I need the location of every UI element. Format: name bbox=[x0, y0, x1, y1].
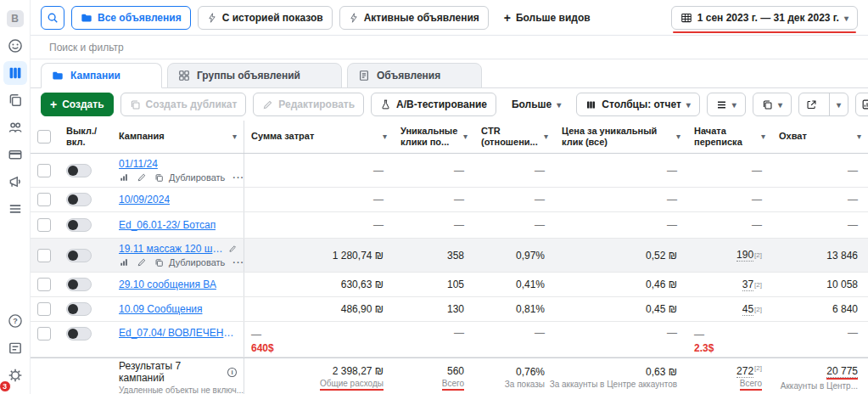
footer-spend-label: Общие расходы bbox=[320, 379, 384, 391]
columns-button[interactable]: Столбцы: отчет bbox=[576, 93, 700, 116]
row-checkbox[interactable] bbox=[37, 327, 51, 341]
open-report-button[interactable] bbox=[855, 93, 868, 116]
row-toggle[interactable] bbox=[66, 327, 92, 341]
row-checkbox[interactable] bbox=[37, 193, 51, 206]
tab-ad-sets[interactable]: Группы объявлений bbox=[167, 63, 342, 88]
chevron-down-icon bbox=[857, 131, 861, 142]
megaphone-nav-icon[interactable] bbox=[3, 170, 27, 194]
campaign-name-link[interactable]: 19.11 массаж 120 шек с... bbox=[119, 243, 223, 255]
row-toggle[interactable] bbox=[66, 218, 92, 232]
info-icon[interactable] bbox=[227, 368, 237, 377]
copy-icon bbox=[130, 99, 141, 110]
pencil-icon[interactable] bbox=[137, 172, 147, 183]
table-row[interactable]: 01/11/24 Дублировать — — — — — — bbox=[31, 154, 868, 188]
view-all-ads-button[interactable]: Все объявления bbox=[71, 6, 191, 30]
table-row[interactable]: Ed_06.01-23/ Ботсап — — — — — — bbox=[31, 212, 868, 239]
edit-button[interactable]: Редактировать bbox=[253, 93, 364, 116]
footer-clicks-label: Всего bbox=[442, 379, 464, 391]
edit-label: Редактировать bbox=[278, 98, 355, 110]
updates-icon[interactable] bbox=[3, 336, 27, 360]
pencil-icon[interactable] bbox=[228, 244, 237, 254]
duplicate-action[interactable]: Дублировать bbox=[154, 172, 225, 183]
row-hover-actions: Дублировать bbox=[119, 172, 244, 183]
row-toggle[interactable] bbox=[66, 278, 92, 291]
header-spend[interactable]: Сумма затрат bbox=[244, 121, 394, 153]
table-row[interactable]: 10/09/2024 — — — — — — bbox=[31, 188, 868, 212]
reach-cell: 10 058 bbox=[772, 273, 868, 296]
ads-manager-nav-icon[interactable] bbox=[3, 61, 27, 85]
export-split-button[interactable] bbox=[798, 93, 848, 116]
date-range-button[interactable]: 1 сен 2023 г. — 31 дек 2023 г. bbox=[671, 6, 858, 30]
view-active-ads-button[interactable]: Активные объявления bbox=[339, 6, 489, 30]
menu-lines-nav-icon[interactable] bbox=[3, 197, 27, 221]
header-unique-clicks[interactable]: Уникальные клики по... bbox=[394, 121, 474, 153]
more-views-label: Больше видов bbox=[516, 12, 591, 24]
cpc-cell: 0,45 ₪ bbox=[555, 297, 687, 321]
footer-spend-cell: 2 398,27 ₪ Общие расходы bbox=[244, 358, 394, 394]
more-button[interactable]: Больше bbox=[503, 93, 569, 116]
campaign-name-link[interactable]: 10.09 Сообщения bbox=[119, 303, 203, 315]
ctr-cell: — bbox=[474, 322, 555, 357]
smiley-nav-icon[interactable] bbox=[3, 34, 27, 58]
audiences-nav-icon[interactable] bbox=[3, 115, 27, 139]
row-checkbox[interactable] bbox=[37, 218, 51, 232]
view-label: Активные объявления bbox=[364, 12, 479, 24]
export-options-button[interactable] bbox=[829, 93, 848, 115]
search-filter-input[interactable] bbox=[49, 42, 849, 53]
reach-cell: — bbox=[772, 188, 868, 211]
table-row[interactable]: 19.11 массаж 120 шек с... Дублировать 1 … bbox=[31, 239, 868, 273]
header-messaging[interactable]: Начата переписка bbox=[687, 121, 772, 153]
tab-campaigns[interactable]: Кампании bbox=[41, 63, 162, 88]
header-ctr[interactable]: CTR (отношени... bbox=[474, 121, 555, 153]
select-all-checkbox[interactable] bbox=[37, 130, 51, 144]
pencil-icon[interactable] bbox=[137, 257, 147, 267]
filter-bar bbox=[31, 36, 868, 59]
campaign-name-link[interactable]: 01/11/24 bbox=[119, 158, 158, 170]
pencil-icon bbox=[262, 99, 273, 110]
header-cpc[interactable]: Цена за уникальный клик (все) bbox=[555, 121, 687, 153]
row-checkbox[interactable] bbox=[37, 278, 51, 291]
chart-icon[interactable] bbox=[119, 257, 129, 267]
campaign-name-link[interactable]: 10/09/2024 bbox=[119, 194, 170, 205]
spend-cell: 1 280,74 ₪ bbox=[244, 239, 394, 272]
duplicate-action[interactable]: Дублировать bbox=[154, 257, 225, 267]
duplicate-button[interactable]: Создать дубликат bbox=[120, 93, 247, 116]
row-checkbox[interactable] bbox=[37, 302, 51, 316]
table-row[interactable]: 29.10 сообщения ВА 630,63 ₪ 105 0,41% 0,… bbox=[31, 273, 868, 297]
row-toggle[interactable] bbox=[66, 249, 92, 262]
header-reach[interactable]: Охват bbox=[772, 121, 868, 153]
tab-ads[interactable]: Объявления bbox=[347, 63, 482, 88]
more-actions-icon[interactable] bbox=[232, 172, 244, 183]
export-button[interactable] bbox=[799, 93, 824, 115]
chart-icon[interactable] bbox=[119, 172, 129, 183]
row-toggle[interactable] bbox=[66, 164, 92, 177]
table-row[interactable]: Ed_07.04/ ВОВЛЕЧЕННО... — 640$ — — — — 2… bbox=[31, 322, 868, 357]
billing-nav-icon[interactable] bbox=[3, 143, 27, 166]
search-button[interactable] bbox=[41, 6, 64, 30]
view-history-button[interactable]: С историей показов bbox=[198, 6, 333, 30]
notifications-badge[interactable]: 3 bbox=[0, 380, 11, 392]
more-actions-icon[interactable] bbox=[232, 257, 244, 267]
help-icon[interactable]: ? bbox=[3, 309, 27, 333]
campaign-name-link[interactable]: 29.10 сообщения ВА bbox=[119, 279, 216, 290]
ab-test-button[interactable]: A/B-тестирование bbox=[371, 93, 496, 116]
create-button[interactable]: Создать bbox=[41, 93, 114, 116]
more-views-button[interactable]: Больше видов bbox=[496, 6, 599, 30]
chevron-down-icon bbox=[778, 98, 782, 110]
spend-cell: — bbox=[244, 154, 394, 187]
footer-reach-label: Аккаунты в Центр... bbox=[781, 381, 858, 391]
table-row[interactable]: 10.09 Сообщения 486,90 ₪ 130 0,81% 0,45 … bbox=[31, 297, 868, 322]
campaign-name-link[interactable]: Ed_07.04/ ВОВЛЕЧЕННО... bbox=[119, 327, 237, 339]
row-toggle[interactable] bbox=[66, 302, 92, 316]
charts-button[interactable] bbox=[753, 93, 792, 116]
breakdown-button[interactable] bbox=[707, 93, 746, 116]
row-checkbox[interactable] bbox=[37, 249, 51, 262]
ctr-cell: — bbox=[474, 154, 555, 187]
annotation-spend-value: 640$ bbox=[251, 342, 274, 354]
settings-gear-icon[interactable]: 3 bbox=[3, 363, 27, 387]
row-toggle[interactable] bbox=[66, 193, 92, 206]
header-campaign[interactable]: Кампания bbox=[112, 121, 244, 153]
row-checkbox[interactable] bbox=[37, 164, 51, 177]
pages-nav-icon[interactable] bbox=[3, 88, 27, 112]
campaign-name-link[interactable]: Ed_06.01-23/ Ботсап bbox=[119, 219, 216, 231]
